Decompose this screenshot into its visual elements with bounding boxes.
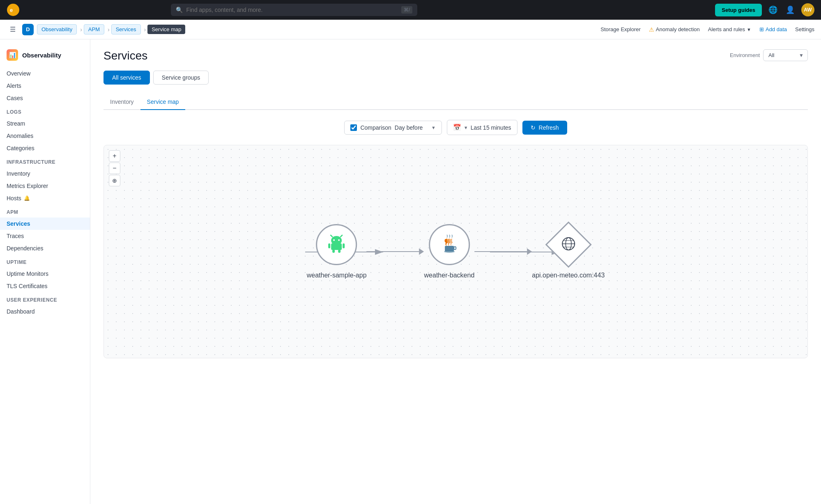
- toolbar: Comparison Day before Week before ▼ 📅 ▼ …: [103, 120, 808, 135]
- add-data-button[interactable]: ⊞ Add data: [759, 26, 787, 32]
- observability-logo-icon: 📊: [9, 52, 16, 58]
- sub-tab-service-map[interactable]: Service map: [140, 94, 186, 110]
- search-bar[interactable]: 🔍 ⌘/: [171, 4, 417, 16]
- svg-point-8: [333, 239, 335, 241]
- settings-link[interactable]: Settings: [795, 26, 814, 32]
- sidebar-item-dependencies[interactable]: Dependencies: [0, 242, 90, 254]
- sidebar-item-alerts[interactable]: Alerts: [0, 80, 90, 92]
- hamburger-button[interactable]: ☰: [7, 24, 19, 35]
- node-label-api-open-meteo: api.open-meteo.com:443: [532, 272, 605, 279]
- sidebar-item-cases[interactable]: Cases: [0, 92, 90, 104]
- globe-nav-icon[interactable]: 🌐: [767, 4, 779, 16]
- sidebar-item-metrics-explorer[interactable]: Metrics Explorer: [0, 180, 90, 192]
- svg-point-17: [444, 250, 455, 253]
- nav-right: Setup guides 🌐 👤 AW: [715, 3, 814, 16]
- android-icon: [327, 234, 347, 255]
- sidebar-item-services[interactable]: Services: [0, 218, 90, 230]
- environment-label: Environment: [730, 52, 760, 58]
- comparison-group: Comparison Day before Week before ▼: [344, 121, 442, 135]
- node-diamond-wrapper: [548, 224, 589, 265]
- storage-explorer-link[interactable]: Storage Explorer: [600, 26, 641, 32]
- refresh-icon: ↻: [531, 124, 536, 131]
- setup-guides-button[interactable]: Setup guides: [715, 4, 762, 16]
- calendar-icon: 📅: [453, 124, 461, 131]
- sidebar-item-overview[interactable]: Overview: [0, 67, 90, 80]
- breadcrumb-sep-1: ›: [80, 26, 82, 33]
- comparison-checkbox[interactable]: [350, 124, 357, 131]
- day-before-select-wrapper: Day before Week before ▼: [395, 124, 436, 131]
- arrow-2: [474, 248, 532, 255]
- tab-service-groups[interactable]: Service groups: [153, 71, 209, 85]
- node-weather-backend[interactable]: weather-backend: [424, 224, 475, 279]
- sidebar-item-hosts[interactable]: Hosts 🔔: [0, 192, 90, 204]
- user-nav-icon[interactable]: 👤: [784, 4, 796, 16]
- sub-tabs: Inventory Service map: [103, 94, 808, 110]
- breadcrumb-item-services: Services ›: [111, 24, 148, 34]
- sidebar-section-apm: APM: [0, 204, 90, 218]
- sub-tab-inventory[interactable]: Inventory: [103, 94, 140, 110]
- sidebar-item-stream[interactable]: Stream: [0, 117, 90, 130]
- sidebar-item-uptime-monitors[interactable]: Uptime Monitors: [0, 268, 90, 280]
- zoom-out-button[interactable]: −: [109, 163, 120, 174]
- environment-dropdown[interactable]: All Production Staging: [763, 49, 808, 61]
- user-avatar[interactable]: AW: [801, 3, 814, 16]
- sidebar-item-dashboard[interactable]: Dashboard: [0, 305, 90, 318]
- comparison-label: Comparison: [360, 124, 391, 131]
- breadcrumb-link-observability[interactable]: Observability: [37, 24, 77, 34]
- svg-rect-13: [333, 250, 335, 253]
- node-diamond-content: [561, 236, 576, 253]
- breadcrumb-current: Service map: [147, 25, 185, 34]
- node-weather-sample-app[interactable]: weather-sample-app: [307, 224, 367, 279]
- elastic-logo-icon: e: [7, 3, 20, 16]
- sidebar-item-traces[interactable]: Traces: [0, 230, 90, 242]
- time-picker[interactable]: 📅 ▼ Last 15 minutes: [447, 120, 517, 135]
- breadcrumb-sep-3: ›: [144, 26, 146, 33]
- svg-rect-16: [454, 247, 456, 250]
- svg-point-0: [7, 4, 19, 16]
- refresh-button[interactable]: ↻ Refresh: [522, 121, 567, 135]
- breadcrumb-link-services[interactable]: Services: [111, 24, 141, 34]
- fit-view-button[interactable]: ⊕: [109, 175, 120, 186]
- top-nav: e 🔍 ⌘/ Setup guides 🌐 👤 AW: [0, 0, 821, 20]
- sidebar-item-inventory[interactable]: Inventory: [0, 167, 90, 180]
- workspace-icon[interactable]: D: [22, 24, 34, 35]
- arrow-head-1: [419, 248, 424, 255]
- breadcrumb: Observability › APM › Services › Service…: [37, 24, 185, 34]
- search-input[interactable]: [186, 7, 398, 13]
- svg-text:e: e: [10, 7, 13, 13]
- node-label-weather-sample-app: weather-sample-app: [307, 272, 367, 279]
- environment-dropdown-wrapper: All Production Staging ▼: [763, 49, 808, 61]
- breadcrumb-bar: ☰ D Observability › APM › Services › Ser…: [0, 20, 821, 39]
- sidebar-item-tls-certificates[interactable]: TLS Certificates: [0, 280, 90, 292]
- breadcrumb-item-service-map: Service map: [147, 25, 185, 34]
- node-circle-weather-backend: [429, 224, 470, 265]
- globe-icon: [561, 236, 576, 251]
- sidebar: 📊 Observability Overview Alerts Cases Lo…: [0, 39, 90, 504]
- sidebar-item-anomalies[interactable]: Anomalies: [0, 130, 90, 142]
- arrow-1: [367, 248, 424, 255]
- elastic-logo[interactable]: e: [7, 3, 20, 16]
- breadcrumb-item-apm: APM ›: [84, 24, 111, 34]
- chevron-down-icon: ▼: [747, 27, 751, 32]
- sidebar-header: 📊 Observability: [0, 46, 90, 67]
- breadcrumb-link-apm[interactable]: APM: [84, 24, 104, 34]
- alerts-rules-link[interactable]: Alerts and rules ▼: [708, 26, 751, 32]
- svg-line-6: [331, 235, 333, 237]
- content-area: Services Environment All Production Stag…: [90, 39, 821, 504]
- service-map-canvas: + − ⊕: [103, 145, 808, 358]
- search-icon: 🔍: [176, 7, 183, 13]
- node-api-open-meteo[interactable]: api.open-meteo.com:443: [532, 224, 605, 279]
- sidebar-item-categories[interactable]: Categories: [0, 142, 90, 154]
- breadcrumb-sep-2: ›: [108, 26, 110, 33]
- svg-rect-10: [331, 243, 342, 250]
- zoom-in-button[interactable]: +: [109, 150, 120, 162]
- add-data-icon: ⊞: [759, 26, 764, 32]
- chevron-down-icon: ▼: [464, 125, 468, 130]
- tab-all-services[interactable]: All services: [103, 71, 150, 85]
- map-controls: + − ⊕: [109, 150, 120, 186]
- svg-point-9: [338, 239, 340, 241]
- arrow-head-2: [527, 248, 532, 255]
- day-before-select[interactable]: Day before Week before: [395, 124, 436, 131]
- sidebar-title: Observability: [22, 52, 61, 59]
- anomaly-detection-link[interactable]: ⚠ Anomaly detection: [649, 26, 700, 33]
